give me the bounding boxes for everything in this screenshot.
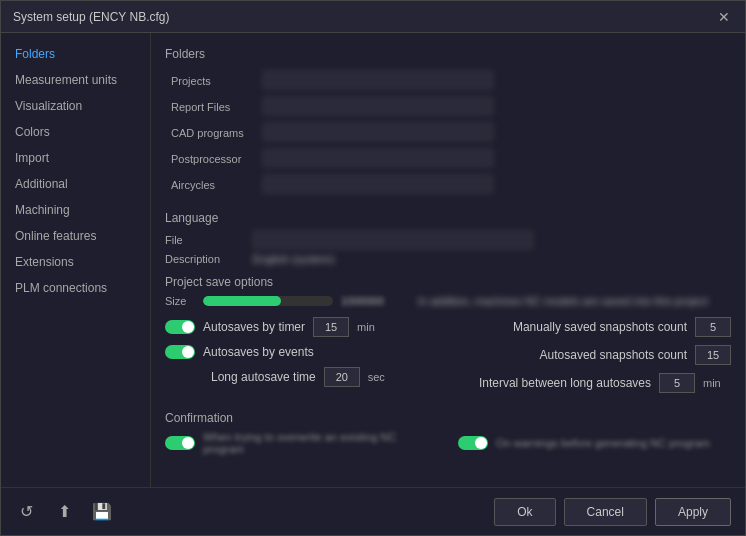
autosave-timer-row: Autosaves by timer min [165,317,438,337]
confirmation-item-right: On warnings before generating NC program [458,431,731,455]
options-section: Autosaves by timer min Autosaves by even… [165,317,731,401]
language-desc-value: English (system) [253,253,334,265]
main-panel: Folders Projects Report Files CAD progra… [151,33,745,487]
sidebar-item-machining[interactable]: Machining [1,197,150,223]
footer-right: Ok Cancel Apply [494,498,731,526]
sidebar: Folders Measurement units Visualization … [1,33,151,487]
language-section-title: Language [165,211,731,225]
long-autosave-row: Long autosave time sec [165,367,438,387]
folder-value-cad[interactable] [263,123,493,141]
main-window: System setup (ENCY NB.cfg) ✕ Folders Mea… [0,0,746,536]
size-extra: In addition, machines NC models are save… [418,295,708,307]
sidebar-item-import[interactable]: Import [1,145,150,171]
sidebar-item-additional[interactable]: Additional [1,171,150,197]
project-save-title: Project save options [165,275,731,289]
apply-button[interactable]: Apply [655,498,731,526]
progress-bar [203,296,333,306]
language-file-input[interactable] [253,231,533,249]
sidebar-item-visualization[interactable]: Visualization [1,93,150,119]
table-row: CAD programs [167,121,729,145]
save-icon[interactable]: 💾 [91,501,113,523]
sidebar-item-colors[interactable]: Colors [1,119,150,145]
language-file-label: File [165,234,245,246]
table-row: Projects [167,69,729,93]
confirmation-label-left: When trying to overwrite an existing NC … [203,431,438,455]
interval-unit: min [703,377,731,389]
long-autosave-label: Long autosave time [211,370,316,384]
folder-label-post: Postprocessor [167,147,257,171]
close-button[interactable]: ✕ [715,8,733,26]
manually-saved-value[interactable] [695,317,731,337]
long-autosave-unit: sec [368,371,385,383]
autosave-timer-label: Autosaves by timer [203,320,305,334]
interval-label: Interval between long autosaves [479,376,651,390]
autosave-events-label: Autosaves by events [203,345,314,359]
confirmation-title: Confirmation [165,411,731,425]
folders-section-title: Folders [165,47,731,61]
folder-label-reports: Report Files [167,95,257,119]
long-autosave-value[interactable] [324,367,360,387]
folder-value-post[interactable] [263,149,493,167]
table-row: Postprocessor [167,147,729,171]
share-icon[interactable]: ⬆ [53,501,75,523]
folder-label-air: Aircycles [167,173,257,197]
window-title: System setup (ENCY NB.cfg) [13,10,170,24]
autosaved-snapshots-value[interactable] [695,345,731,365]
undo-icon[interactable]: ↺ [15,501,37,523]
folder-value-air[interactable] [263,175,493,193]
confirmation-row: When trying to overwrite an existing NC … [165,431,731,455]
language-row-desc: Description English (system) [165,253,731,265]
autosave-events-toggle[interactable] [165,345,195,359]
footer-left: ↺ ⬆ 💾 [15,501,113,523]
options-left: Autosaves by timer min Autosaves by even… [165,317,438,401]
autosaved-snapshots-row: Autosaved snapshots count [458,345,731,365]
progress-bar-fill [203,296,281,306]
language-row-file: File [165,231,731,249]
sidebar-item-online[interactable]: Online features [1,223,150,249]
ok-button[interactable]: Ok [494,498,555,526]
options-right: Manually saved snapshots count Autosaved… [458,317,731,401]
interval-row: Interval between long autosaves min [458,373,731,393]
confirmation-toggle-left[interactable] [165,436,195,450]
autosave-timer-toggle[interactable] [165,320,195,334]
sidebar-item-folders[interactable]: Folders [1,41,150,67]
autosave-timer-unit: min [357,321,375,333]
project-save-row: Size 1000000 In addition, machines NC mo… [165,295,731,307]
manually-saved-row: Manually saved snapshots count [458,317,731,337]
table-row: Aircycles [167,173,729,197]
interval-value[interactable] [659,373,695,393]
sidebar-item-extensions[interactable]: Extensions [1,249,150,275]
folder-value-reports[interactable] [263,97,493,115]
footer: ↺ ⬆ 💾 Ok Cancel Apply [1,487,745,535]
language-section: File Description English (system) [165,231,731,265]
manually-saved-label: Manually saved snapshots count [513,320,687,334]
autosave-events-row: Autosaves by events [165,345,438,359]
confirmation-label-right: On warnings before generating NC program [496,437,710,449]
folder-label-projects: Projects [167,69,257,93]
sidebar-item-measurement[interactable]: Measurement units [1,67,150,93]
table-row: Report Files [167,95,729,119]
content-area: Folders Measurement units Visualization … [1,33,745,487]
size-label: Size [165,295,195,307]
autosaved-snapshots-label: Autosaved snapshots count [540,348,687,362]
confirmation-section: Confirmation When trying to overwrite an… [165,411,731,455]
sidebar-item-plm[interactable]: PLM connections [1,275,150,301]
size-value: 1000000 [341,295,390,307]
titlebar: System setup (ENCY NB.cfg) ✕ [1,1,745,33]
autosave-timer-value[interactable] [313,317,349,337]
language-desc-label: Description [165,253,245,265]
folder-label-cad: CAD programs [167,121,257,145]
folders-table: Projects Report Files CAD programs Postp… [165,67,731,199]
confirmation-item-left: When trying to overwrite an existing NC … [165,431,438,455]
folder-value-projects[interactable] [263,71,493,89]
cancel-button[interactable]: Cancel [564,498,647,526]
project-save-section: Project save options Size 1000000 In add… [165,275,731,307]
confirmation-toggle-right[interactable] [458,436,488,450]
